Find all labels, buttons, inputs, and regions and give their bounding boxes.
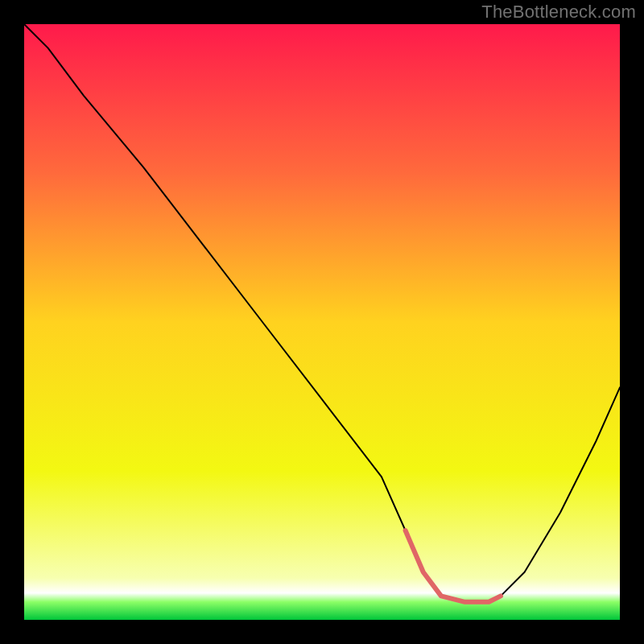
watermark-text: TheBottleneck.com (481, 2, 636, 23)
gradient-background (24, 24, 620, 620)
chart-frame: TheBottleneck.com (0, 0, 644, 644)
bottleneck-chart (24, 24, 620, 620)
